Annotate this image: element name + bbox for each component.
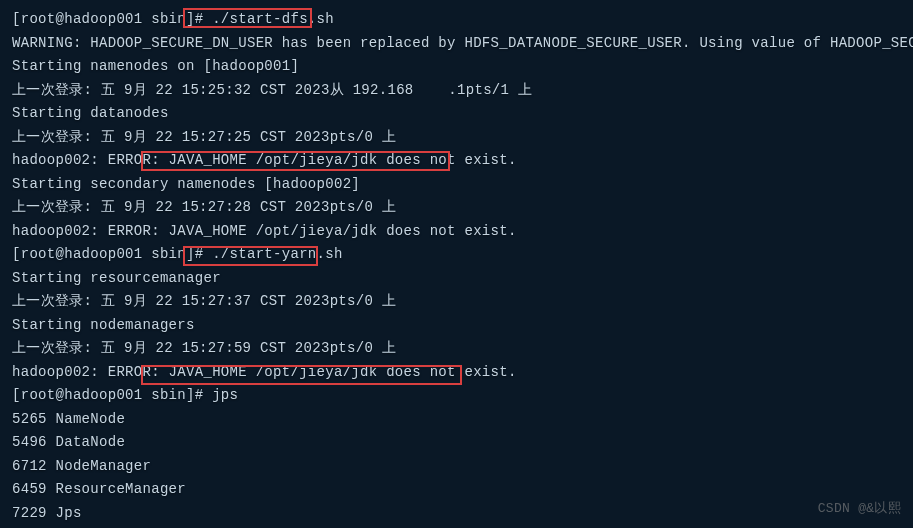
terminal-line-prompt-start-yarn: [root@hadoop001 sbin]# ./start-yarn.sh xyxy=(12,243,901,267)
terminal-line-login-5: 上一次登录: 五 9月 22 15:27:59 CST 2023pts/0 上 xyxy=(12,337,901,361)
terminal-line-login-3: 上一次登录: 五 9月 22 15:27:28 CST 2023pts/0 上 xyxy=(12,196,901,220)
watermark-text: CSDN @&以熙 xyxy=(818,497,901,521)
terminal-line-prompt-start-dfs: [root@hadoop001 sbin]# ./start-dfs.sh xyxy=(12,8,901,32)
terminal-line-namenodes: Starting namenodes on [hadoop001] xyxy=(12,55,901,79)
terminal-line-error-2: hadoop002: ERROR: JAVA_HOME /opt/jieya/j… xyxy=(12,220,901,244)
terminal-line-datanodes: Starting datanodes xyxy=(12,102,901,126)
terminal-line-nodemanagers: Starting nodemanagers xyxy=(12,314,901,338)
terminal-line-error-3: hadoop002: ERROR: JAVA_HOME /opt/jieya/j… xyxy=(12,361,901,385)
terminal-line-prompt-jps: [root@hadoop001 sbin]# jps xyxy=(12,384,901,408)
terminal-line-login-2: 上一次登录: 五 9月 22 15:27:25 CST 2023pts/0 上 xyxy=(12,126,901,150)
terminal-line-error-1: hadoop002: ERROR: JAVA_HOME /opt/jieya/j… xyxy=(12,149,901,173)
terminal-line-jps-datanode: 5496 DataNode xyxy=(12,431,901,455)
terminal-line-login-4: 上一次登录: 五 9月 22 15:27:37 CST 2023pts/0 上 xyxy=(12,290,901,314)
terminal-line-login-1: 上一次登录: 五 9月 22 15:25:32 CST 2023从 192.16… xyxy=(12,79,901,103)
terminal-line-warning: WARNING: HADOOP_SECURE_DN_USER has been … xyxy=(12,32,901,56)
terminal-line-resourcemanager: Starting resourcemanager xyxy=(12,267,901,291)
terminal-line-jps-resourcemanager: 6459 ResourceManager xyxy=(12,478,901,502)
terminal-line-jps-namenode: 5265 NameNode xyxy=(12,408,901,432)
terminal-line-secondary-namenodes: Starting secondary namenodes [hadoop002] xyxy=(12,173,901,197)
terminal-line-jps-nodemanager: 6712 NodeManager xyxy=(12,455,901,479)
terminal-line-jps-jps: 7229 Jps xyxy=(12,502,901,526)
